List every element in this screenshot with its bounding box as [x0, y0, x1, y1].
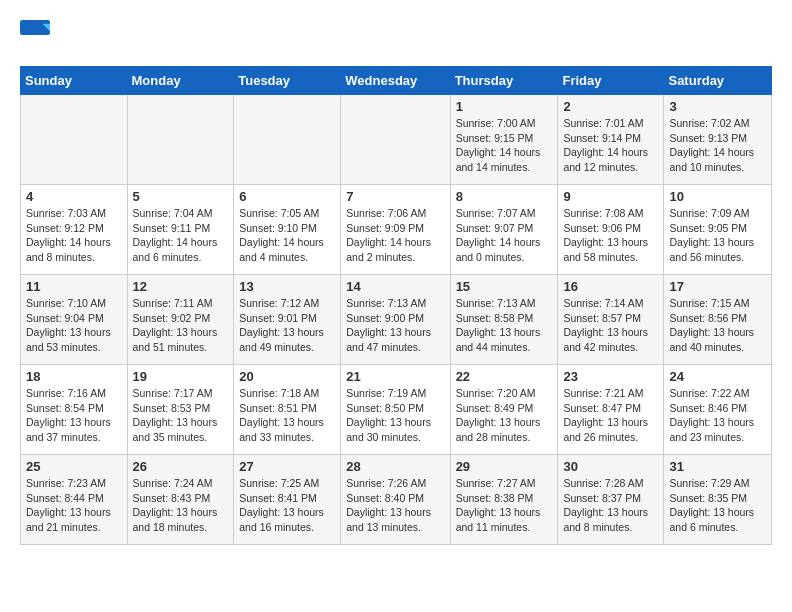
day-number: 21 [346, 369, 444, 384]
day-info: Sunrise: 7:29 AM Sunset: 8:35 PM Dayligh… [669, 476, 766, 535]
day-number: 14 [346, 279, 444, 294]
day-number: 20 [239, 369, 335, 384]
day-number: 26 [133, 459, 229, 474]
day-number: 9 [563, 189, 658, 204]
calendar-cell: 23Sunrise: 7:21 AM Sunset: 8:47 PM Dayli… [558, 365, 664, 455]
calendar-cell: 5Sunrise: 7:04 AM Sunset: 9:11 PM Daylig… [127, 185, 234, 275]
day-info: Sunrise: 7:00 AM Sunset: 9:15 PM Dayligh… [456, 116, 553, 175]
calendar-table: SundayMondayTuesdayWednesdayThursdayFrid… [20, 66, 772, 545]
calendar-cell: 15Sunrise: 7:13 AM Sunset: 8:58 PM Dayli… [450, 275, 558, 365]
day-info: Sunrise: 7:21 AM Sunset: 8:47 PM Dayligh… [563, 386, 658, 445]
calendar-week-row: 1Sunrise: 7:00 AM Sunset: 9:15 PM Daylig… [21, 95, 772, 185]
day-info: Sunrise: 7:27 AM Sunset: 8:38 PM Dayligh… [456, 476, 553, 535]
calendar-cell [234, 95, 341, 185]
calendar-cell: 10Sunrise: 7:09 AM Sunset: 9:05 PM Dayli… [664, 185, 772, 275]
calendar-cell: 16Sunrise: 7:14 AM Sunset: 8:57 PM Dayli… [558, 275, 664, 365]
calendar-cell: 9Sunrise: 7:08 AM Sunset: 9:06 PM Daylig… [558, 185, 664, 275]
day-number: 7 [346, 189, 444, 204]
day-info: Sunrise: 7:12 AM Sunset: 9:01 PM Dayligh… [239, 296, 335, 355]
calendar-cell: 8Sunrise: 7:07 AM Sunset: 9:07 PM Daylig… [450, 185, 558, 275]
calendar-header: SundayMondayTuesdayWednesdayThursdayFrid… [21, 67, 772, 95]
svg-rect-0 [20, 20, 50, 35]
header-day: Tuesday [234, 67, 341, 95]
day-info: Sunrise: 7:20 AM Sunset: 8:49 PM Dayligh… [456, 386, 553, 445]
header-day: Friday [558, 67, 664, 95]
day-number: 5 [133, 189, 229, 204]
calendar-cell: 20Sunrise: 7:18 AM Sunset: 8:51 PM Dayli… [234, 365, 341, 455]
calendar-cell: 2Sunrise: 7:01 AM Sunset: 9:14 PM Daylig… [558, 95, 664, 185]
day-info: Sunrise: 7:23 AM Sunset: 8:44 PM Dayligh… [26, 476, 122, 535]
calendar-cell: 1Sunrise: 7:00 AM Sunset: 9:15 PM Daylig… [450, 95, 558, 185]
day-info: Sunrise: 7:13 AM Sunset: 8:58 PM Dayligh… [456, 296, 553, 355]
calendar-cell: 26Sunrise: 7:24 AM Sunset: 8:43 PM Dayli… [127, 455, 234, 545]
day-info: Sunrise: 7:10 AM Sunset: 9:04 PM Dayligh… [26, 296, 122, 355]
calendar-week-row: 25Sunrise: 7:23 AM Sunset: 8:44 PM Dayli… [21, 455, 772, 545]
day-info: Sunrise: 7:25 AM Sunset: 8:41 PM Dayligh… [239, 476, 335, 535]
day-info: Sunrise: 7:19 AM Sunset: 8:50 PM Dayligh… [346, 386, 444, 445]
header [20, 20, 772, 50]
day-info: Sunrise: 7:18 AM Sunset: 8:51 PM Dayligh… [239, 386, 335, 445]
logo [20, 20, 54, 50]
calendar-week-row: 18Sunrise: 7:16 AM Sunset: 8:54 PM Dayli… [21, 365, 772, 455]
calendar-cell: 28Sunrise: 7:26 AM Sunset: 8:40 PM Dayli… [341, 455, 450, 545]
logo-icon [20, 20, 50, 50]
day-number: 17 [669, 279, 766, 294]
calendar-cell: 12Sunrise: 7:11 AM Sunset: 9:02 PM Dayli… [127, 275, 234, 365]
calendar-week-row: 11Sunrise: 7:10 AM Sunset: 9:04 PM Dayli… [21, 275, 772, 365]
day-number: 11 [26, 279, 122, 294]
calendar-cell [341, 95, 450, 185]
day-number: 25 [26, 459, 122, 474]
day-number: 1 [456, 99, 553, 114]
day-info: Sunrise: 7:24 AM Sunset: 8:43 PM Dayligh… [133, 476, 229, 535]
day-number: 13 [239, 279, 335, 294]
day-info: Sunrise: 7:01 AM Sunset: 9:14 PM Dayligh… [563, 116, 658, 175]
header-day: Wednesday [341, 67, 450, 95]
day-info: Sunrise: 7:04 AM Sunset: 9:11 PM Dayligh… [133, 206, 229, 265]
day-number: 22 [456, 369, 553, 384]
calendar-cell: 7Sunrise: 7:06 AM Sunset: 9:09 PM Daylig… [341, 185, 450, 275]
header-row: SundayMondayTuesdayWednesdayThursdayFrid… [21, 67, 772, 95]
svg-rect-1 [20, 35, 50, 50]
day-number: 27 [239, 459, 335, 474]
calendar-cell: 25Sunrise: 7:23 AM Sunset: 8:44 PM Dayli… [21, 455, 128, 545]
header-day: Sunday [21, 67, 128, 95]
day-info: Sunrise: 7:28 AM Sunset: 8:37 PM Dayligh… [563, 476, 658, 535]
day-info: Sunrise: 7:15 AM Sunset: 8:56 PM Dayligh… [669, 296, 766, 355]
day-info: Sunrise: 7:14 AM Sunset: 8:57 PM Dayligh… [563, 296, 658, 355]
day-number: 24 [669, 369, 766, 384]
header-day: Saturday [664, 67, 772, 95]
calendar-cell: 21Sunrise: 7:19 AM Sunset: 8:50 PM Dayli… [341, 365, 450, 455]
calendar-cell: 6Sunrise: 7:05 AM Sunset: 9:10 PM Daylig… [234, 185, 341, 275]
day-number: 28 [346, 459, 444, 474]
calendar-cell: 3Sunrise: 7:02 AM Sunset: 9:13 PM Daylig… [664, 95, 772, 185]
day-info: Sunrise: 7:22 AM Sunset: 8:46 PM Dayligh… [669, 386, 766, 445]
calendar-cell: 19Sunrise: 7:17 AM Sunset: 8:53 PM Dayli… [127, 365, 234, 455]
day-info: Sunrise: 7:07 AM Sunset: 9:07 PM Dayligh… [456, 206, 553, 265]
day-number: 30 [563, 459, 658, 474]
calendar-cell: 17Sunrise: 7:15 AM Sunset: 8:56 PM Dayli… [664, 275, 772, 365]
day-info: Sunrise: 7:08 AM Sunset: 9:06 PM Dayligh… [563, 206, 658, 265]
calendar-cell: 29Sunrise: 7:27 AM Sunset: 8:38 PM Dayli… [450, 455, 558, 545]
day-info: Sunrise: 7:16 AM Sunset: 8:54 PM Dayligh… [26, 386, 122, 445]
calendar-cell: 13Sunrise: 7:12 AM Sunset: 9:01 PM Dayli… [234, 275, 341, 365]
day-number: 10 [669, 189, 766, 204]
day-number: 18 [26, 369, 122, 384]
day-number: 23 [563, 369, 658, 384]
day-info: Sunrise: 7:13 AM Sunset: 9:00 PM Dayligh… [346, 296, 444, 355]
day-number: 8 [456, 189, 553, 204]
header-day: Thursday [450, 67, 558, 95]
calendar-cell [127, 95, 234, 185]
day-number: 2 [563, 99, 658, 114]
calendar-cell: 27Sunrise: 7:25 AM Sunset: 8:41 PM Dayli… [234, 455, 341, 545]
day-info: Sunrise: 7:26 AM Sunset: 8:40 PM Dayligh… [346, 476, 444, 535]
day-info: Sunrise: 7:11 AM Sunset: 9:02 PM Dayligh… [133, 296, 229, 355]
header-day: Monday [127, 67, 234, 95]
calendar-cell: 22Sunrise: 7:20 AM Sunset: 8:49 PM Dayli… [450, 365, 558, 455]
calendar-cell [21, 95, 128, 185]
calendar-cell: 4Sunrise: 7:03 AM Sunset: 9:12 PM Daylig… [21, 185, 128, 275]
day-number: 12 [133, 279, 229, 294]
calendar-body: 1Sunrise: 7:00 AM Sunset: 9:15 PM Daylig… [21, 95, 772, 545]
calendar-cell: 24Sunrise: 7:22 AM Sunset: 8:46 PM Dayli… [664, 365, 772, 455]
day-number: 31 [669, 459, 766, 474]
calendar-cell: 31Sunrise: 7:29 AM Sunset: 8:35 PM Dayli… [664, 455, 772, 545]
